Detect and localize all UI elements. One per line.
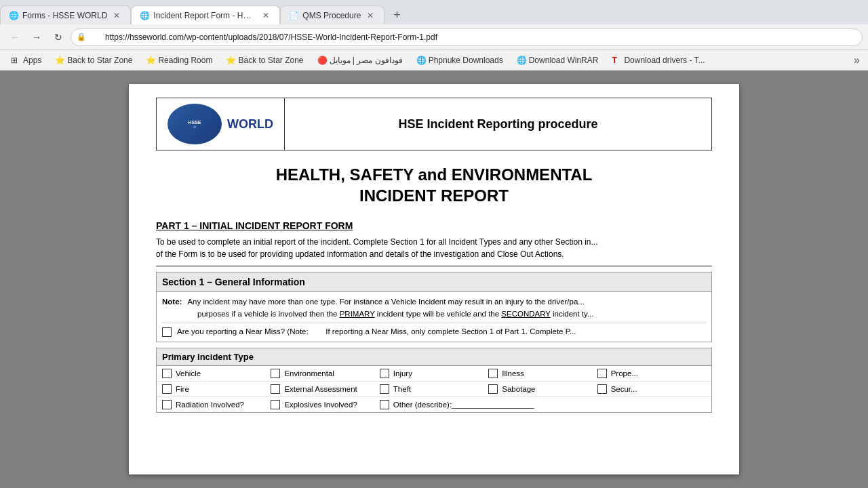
lock-icon: 🔒 [77,33,86,41]
note-row: Note: Any incident may have more than on… [162,296,706,308]
incident-fire: Fire [162,384,271,394]
apps-icon: ⊞ [11,56,20,65]
bookmark-drivers[interactable]: T Download drivers - T... [606,54,710,66]
fire-label: Fire [176,385,189,393]
tab-qms[interactable]: 📄 QMS Procedure ✕ [280,5,384,24]
bookmark-winrar[interactable]: 🌐 Download WinRAR [511,54,604,66]
nav-bar: ← → ↻ 🔒 https://hsseworld.com/wp-content… [0,24,868,50]
tab-bar: 🌐 Forms - HSSE WORLD ✕ 🌐 Incident Report… [0,0,868,24]
bookmarks-bar: ⊞ Apps ⭐ Back to Star Zone ⭐ Reading Roo… [0,50,868,70]
illness-label: Illness [502,369,524,378]
near-miss-checkbox[interactable] [162,327,172,337]
bookmark-phpnuke[interactable]: 🌐 Phpnuke Downloads [411,54,509,66]
bookmark-reading-room[interactable]: ⭐ Reading Room [140,54,218,66]
tab-incident-report[interactable]: 🌐 Incident Report Form - HSSE WO... ✕ [131,5,280,24]
tab-close-1[interactable]: ✕ [111,10,122,21]
bookmark-star-zone-2-label: Back to Star Zone [238,56,303,65]
incident-row-1: Vehicle Environmental Injury Illness Pro… [157,366,711,382]
bookmark-reading-room-label: Reading Room [158,56,212,65]
new-tab-button[interactable]: + [387,5,406,24]
security-checkbox[interactable] [597,384,607,394]
bookmark-winrar-label: Download WinRAR [529,56,599,65]
winrar-icon: 🌐 [517,56,526,65]
external-label: External Assessment [284,385,357,393]
tab-label-3: QMS Procedure [302,11,361,20]
tab-close-3[interactable]: ✕ [365,10,376,21]
illness-checkbox[interactable] [488,369,498,378]
theft-label: Theft [393,385,411,393]
back-button[interactable]: ← [5,28,24,47]
address-text: https://hsseworld.com/wp-content/uploads… [92,28,842,46]
pdf-logo-area: HSSE ⊙ WORLD [157,98,285,150]
part1-title: PART 1 – INITIAL INCIDENT REPORT FORM [156,220,712,232]
injury-checkbox[interactable] [380,369,389,378]
pdf-page: HSSE ⊙ WORLD HSE Incident Reporting proc… [129,84,739,474]
fire-checkbox[interactable] [162,384,172,394]
security-label: Secur... [611,385,637,393]
form-main-title-line2: INCIDENT REPORT [156,185,712,206]
more-bookmarks-button[interactable]: » [851,53,863,68]
bookmark-vodafone[interactable]: 🔴 فودافون مصر | موبايل [312,54,408,66]
incident-external: External Assessment [271,384,379,394]
form-description: To be used to complete an initial report… [156,236,712,266]
part1-text: PART 1 – INITIAL INCIDENT REPORT FORM [156,220,353,231]
explosives-label: Explosives Involved? [284,401,357,409]
star-icon-2: ⭐ [226,56,235,65]
incident-environmental: Environmental [271,369,379,378]
bookmark-phpnuke-label: Phpnuke Downloads [429,56,503,65]
near-miss-label: Are you reporting a Near Miss? (Note: If… [177,326,576,338]
bookmark-vodafone-label: فودافون مصر | موبايل [330,56,403,65]
pdf-header: HSSE ⊙ WORLD HSE Incident Reporting proc… [156,98,712,150]
incident-type-box: Primary Incident Type Vehicle Environmen… [156,348,712,413]
bookmark-star-zone-2[interactable]: ⭐ Back to Star Zone [220,54,309,66]
incident-security: Secur... [597,384,706,394]
near-miss-row: Are you reporting a Near Miss? (Note: If… [162,323,706,338]
bookmark-star-zone-1-label: Back to Star Zone [67,56,132,65]
radiation-label: Radiation Involved? [176,401,244,409]
external-checkbox[interactable] [271,384,280,394]
incident-row-2: Fire External Assessment Theft Sabotage … [157,382,711,397]
environmental-checkbox[interactable] [271,369,280,378]
explosives-checkbox[interactable] [271,400,280,409]
incident-property: Prope... [597,369,706,378]
section1-box: Section 1 – General Information Note: An… [156,272,712,342]
note-indent: purposes if a vehicle is involved then t… [197,308,706,320]
vodafone-icon: 🔴 [317,56,327,65]
forward-button[interactable]: → [27,28,46,47]
sabotage-checkbox[interactable] [488,384,498,394]
tab-forms-hsse[interactable]: 🌐 Forms - HSSE WORLD ✕ [0,5,131,24]
hsse-logo: HSSE ⊙ [167,104,222,144]
property-checkbox[interactable] [597,369,607,378]
form-title-section: HEALTH, SAFETY and ENVIRONMENTAL INCIDEN… [156,164,712,206]
theft-checkbox[interactable] [380,384,389,394]
sabotage-label: Sabotage [502,385,535,393]
incident-vehicle: Vehicle [162,369,271,378]
address-bar-container: 🔒 https://hsseworld.com/wp-content/uploa… [71,28,863,46]
part1-label: PART 1 [156,220,189,231]
reload-button[interactable]: ↻ [49,28,68,47]
bookmark-apps-label: Apps [23,56,41,65]
vehicle-label: Vehicle [176,369,201,378]
phpnuke-icon: 🌐 [416,56,426,65]
injury-label: Injury [393,369,412,378]
incident-other: Other (describe):___________________ [380,400,597,409]
environmental-label: Environmental [284,369,334,378]
pdf-viewer: HSSE ⊙ WORLD HSE Incident Reporting proc… [0,70,868,488]
tab-favicon-3: 📄 [289,11,298,20]
world-logo-text: WORLD [227,117,273,131]
incident-sabotage: Sabotage [488,384,597,394]
tab-favicon-1: 🌐 [9,11,18,20]
bookmark-star-zone-1[interactable]: ⭐ Back to Star Zone [50,54,138,66]
tab-label-2: Incident Report Form - HSSE WO... [153,11,256,20]
tab-favicon-2: 🌐 [140,11,149,20]
radiation-checkbox[interactable] [162,400,172,409]
bookmark-apps[interactable]: ⊞ Apps [5,54,47,66]
vehicle-checkbox[interactable] [162,369,172,378]
address-bar[interactable]: 🔒 https://hsseworld.com/wp-content/uploa… [71,28,863,46]
tab-close-2[interactable]: ✕ [260,10,271,21]
drivers-icon: T [612,56,621,65]
incident-illness: Illness [488,369,597,378]
incident-theft: Theft [380,384,488,394]
incident-injury: Injury [380,369,488,378]
other-checkbox[interactable] [380,400,389,409]
